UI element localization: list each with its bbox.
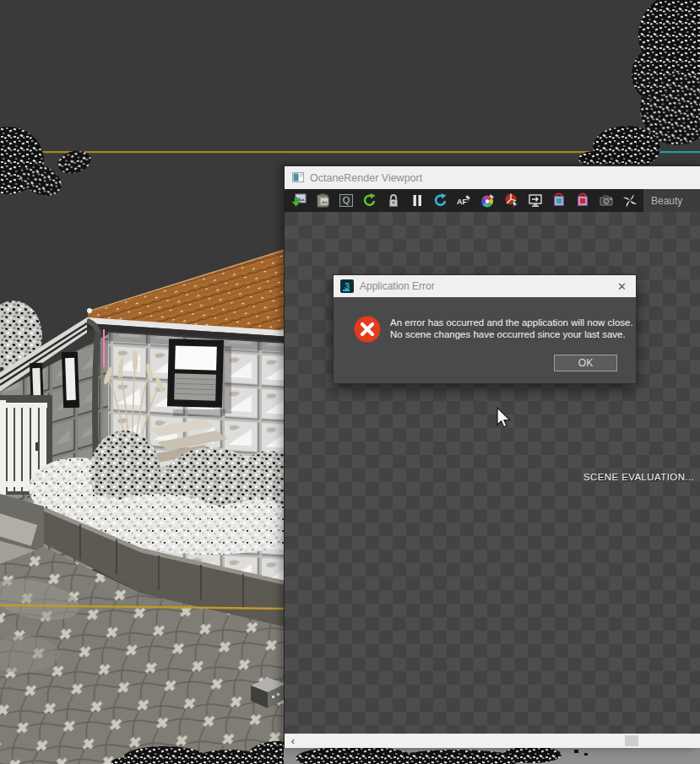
fit-to-viewport-icon[interactable] — [525, 192, 545, 210]
copy-to-clipboard-icon[interactable] — [312, 192, 333, 210]
restart-render-icon[interactable] — [360, 192, 380, 210]
render-bucket-teal-icon[interactable] — [549, 192, 569, 210]
screen: OctaneRender Viewport Q — [0, 0, 700, 764]
dialog-title: Application Error — [360, 280, 609, 292]
mouse-cursor — [496, 407, 513, 431]
scene-evaluation-status: SCENE EVALUATION... — [583, 472, 694, 482]
autofocus-icon[interactable]: AF — [454, 192, 475, 210]
error-icon — [354, 316, 381, 343]
quick-save-icon[interactable]: Q — [336, 192, 356, 210]
scene-strip-below-window — [284, 746, 700, 764]
horizontal-scrollbar[interactable]: ‹ — [285, 734, 700, 748]
dialog-titlebar[interactable]: 3 Application Error ✕ — [334, 275, 636, 297]
octane-logo-icon[interactable] — [620, 192, 640, 210]
pause-render-icon[interactable] — [407, 192, 427, 210]
window-title: OctaneRender Viewport — [310, 172, 422, 184]
front-window — [167, 339, 224, 408]
camera-settings-icon[interactable] — [596, 192, 616, 210]
white-balance-picker-icon[interactable] — [478, 192, 498, 210]
render-pass-selector[interactable]: Beauty — [643, 189, 700, 212]
3dsmax-app-icon: 3 — [340, 279, 354, 293]
scrollbar-left-arrow[interactable]: ‹ — [287, 734, 299, 748]
dialog-body: An error has occurred and the applicatio… — [334, 297, 636, 383]
ok-button[interactable]: OK — [554, 355, 617, 371]
render-viewport[interactable]: SCENE EVALUATION... 3 Application Error … — [285, 212, 700, 734]
close-icon[interactable]: ✕ — [615, 280, 629, 293]
error-message: An error has occurred and the applicatio… — [390, 317, 633, 340]
save-render-image-icon[interactable] — [289, 192, 309, 210]
refresh-render-icon[interactable] — [431, 192, 451, 210]
toolbar: Q — [285, 189, 700, 212]
window-titlebar[interactable]: OctaneRender Viewport — [285, 166, 700, 189]
selected-spline-1 — [103, 329, 105, 367]
error-message-line2: No scene changes have occurred since you… — [390, 329, 633, 341]
af-label: AF — [457, 198, 467, 206]
octane-render-window: OctaneRender Viewport Q — [284, 165, 700, 748]
scrollbar-thumb[interactable] — [625, 735, 638, 746]
render-priority-icon[interactable] — [502, 192, 522, 210]
window-icon — [292, 171, 304, 186]
error-message-line1: An error has occurred and the applicatio… — [390, 317, 633, 329]
lock-resolution-icon[interactable] — [383, 192, 404, 210]
render-bucket-red-icon[interactable] — [572, 192, 593, 210]
horizon-line-yellow — [0, 151, 622, 153]
application-error-dialog: 3 Application Error ✕ An error has occur… — [333, 274, 637, 384]
